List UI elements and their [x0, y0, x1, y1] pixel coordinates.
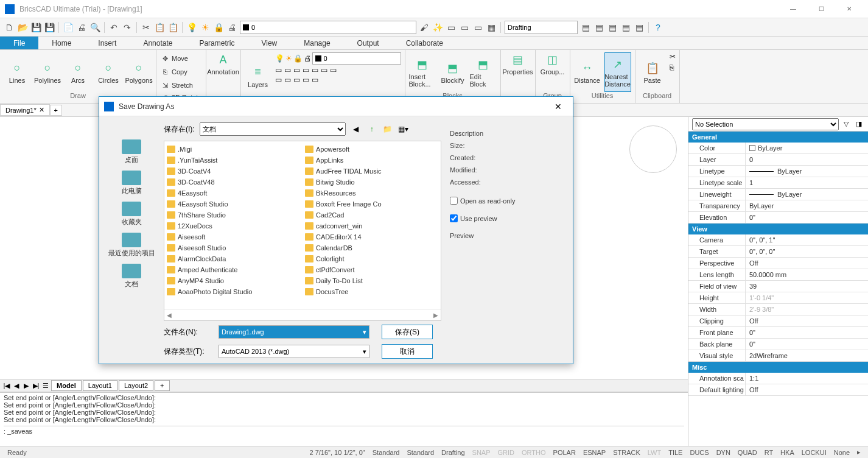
save-button[interactable]: 保存(S): [382, 325, 433, 339]
close-tab-icon[interactable]: ✕: [39, 106, 44, 114]
place-item[interactable]: 文档: [122, 264, 141, 289]
menu-home[interactable]: Home: [38, 37, 85, 49]
grid-icon[interactable]: ▦: [486, 22, 497, 33]
layout-next[interactable]: ▶: [22, 382, 30, 390]
section-misc[interactable]: Misc: [688, 362, 868, 373]
select3-icon[interactable]: ▭: [472, 22, 483, 33]
copy-button[interactable]: ⎘Copy: [160, 66, 202, 78]
file-item[interactable]: Daily To-Do List: [305, 275, 438, 286]
lay5-icon[interactable]: ▭: [312, 66, 318, 74]
file-item[interactable]: CalendarDB: [305, 242, 438, 253]
layer-print-icon[interactable]: 🖨: [226, 22, 237, 33]
lay1-icon[interactable]: ▭: [275, 66, 282, 74]
copy2-icon[interactable]: ⎘: [670, 63, 676, 72]
layout-tab-layout2[interactable]: Layout2: [119, 380, 153, 391]
dialog-close-button[interactable]: ✕: [548, 102, 568, 111]
file-item[interactable]: CADEditorX 14: [305, 231, 438, 242]
saveas-icon[interactable]: 💾: [44, 22, 55, 33]
menu-parametric[interactable]: Parametric: [186, 37, 248, 49]
insert-block-button[interactable]: ⬒Insert Block...: [409, 52, 436, 92]
status-toggle-grid[interactable]: GRID: [494, 449, 519, 456]
place-item[interactable]: 此电脑: [122, 171, 142, 196]
lay6-icon[interactable]: ▭: [321, 66, 327, 74]
ws4-icon[interactable]: ▤: [620, 22, 631, 33]
layout-prev[interactable]: ◀: [12, 382, 21, 390]
layer-lock-icon[interactable]: 🔒: [213, 22, 224, 33]
add-layout-tab[interactable]: +: [155, 380, 169, 391]
document-tab[interactable]: Drawing1*✕: [0, 104, 50, 116]
status-toggle-tile[interactable]: TILE: [665, 449, 686, 456]
layer-sun-icon[interactable]: ☀: [285, 54, 292, 63]
annotation-button[interactable]: AAnnotation: [210, 52, 237, 76]
redo-icon[interactable]: ↷: [122, 22, 133, 33]
prop-visual[interactable]: 2dWireframe: [746, 350, 868, 361]
ws1-icon[interactable]: ▤: [580, 22, 591, 33]
layout-list[interactable]: ☰: [41, 382, 50, 390]
prop-lineweight[interactable]: ByLayer: [746, 189, 868, 200]
filetype-combo[interactable]: AutoCAD 2013 (*.dwg)▾: [219, 345, 369, 358]
cut-icon[interactable]: ✂: [141, 22, 152, 33]
prop-lighting[interactable]: Off: [746, 384, 868, 395]
layer-bulb-icon[interactable]: 💡: [186, 22, 197, 33]
file-item[interactable]: Aiseesoft: [167, 231, 300, 242]
status-toggle-quad[interactable]: QUAD: [734, 449, 761, 456]
status-workspace[interactable]: Drafting: [438, 449, 469, 456]
brush-icon[interactable]: 🖌: [419, 22, 430, 33]
lookfrom-widget[interactable]: [629, 125, 677, 173]
file-item[interactable]: Apowersoft: [305, 144, 438, 155]
ws3-icon[interactable]: ▤: [607, 22, 618, 33]
distance-button[interactable]: ↔Distance: [574, 52, 601, 92]
prop-annoscale[interactable]: 1:1: [746, 373, 868, 384]
sparkle-icon[interactable]: ✨: [432, 22, 443, 33]
file-item[interactable]: Cad2Cad: [305, 210, 438, 220]
file-item[interactable]: AudFree TIDAL Music: [305, 166, 438, 177]
newfolder-icon[interactable]: 📁: [382, 124, 393, 135]
menu-manage[interactable]: Manage: [290, 37, 343, 49]
status-toggle-ducs[interactable]: DUCS: [686, 449, 712, 456]
file-item[interactable]: cadconvert_win: [305, 220, 438, 231]
status-coords[interactable]: 2 7/16", 10 1/2", 0": [306, 449, 369, 456]
layout-first[interactable]: |◀: [2, 382, 11, 390]
menu-file[interactable]: File: [0, 37, 38, 49]
properties-button[interactable]: ▤Properties: [505, 52, 531, 76]
close-button[interactable]: ✕: [835, 0, 863, 18]
file-item[interactable]: AlarmClockData: [167, 253, 300, 264]
status-toggle-strack[interactable]: STRACK: [609, 449, 644, 456]
status-toggle-rt[interactable]: RT: [761, 449, 777, 456]
preview-icon[interactable]: 🔍: [89, 22, 100, 33]
polygons-button[interactable]: ○Polygons: [125, 52, 152, 92]
selection-combo[interactable]: No Selection: [692, 118, 839, 130]
open-icon[interactable]: 📂: [17, 22, 28, 33]
stretch-button[interactable]: ⇲Stretch: [160, 79, 202, 91]
file-item[interactable]: 4Easysoft Studio: [167, 199, 300, 210]
place-item[interactable]: 收藏夹: [122, 202, 142, 227]
prop-linetype[interactable]: ByLayer: [746, 166, 868, 177]
file-item[interactable]: 3D-CoatV48: [167, 177, 300, 188]
arcs-button[interactable]: ○Arcs: [65, 52, 91, 92]
layout-last[interactable]: ▶|: [32, 382, 40, 390]
status-std1[interactable]: Standard: [369, 449, 404, 456]
copy-icon[interactable]: 📋: [154, 22, 165, 33]
status-toggle-lockui[interactable]: LOCKUI: [798, 449, 830, 456]
layer-select[interactable]: 0: [312, 52, 401, 65]
file-item[interactable]: 3D-CoatV4: [167, 166, 300, 177]
paste-button[interactable]: 📋Paste: [639, 52, 666, 92]
prop-layer[interactable]: 0: [746, 154, 868, 165]
prop-elevation[interactable]: 0": [746, 212, 868, 223]
file-item[interactable]: BkResources: [305, 188, 438, 199]
circles-button[interactable]: ○Circles: [95, 52, 122, 92]
blockify-button[interactable]: ⬒Blockify: [439, 52, 466, 92]
file-item[interactable]: DocusTree: [305, 286, 438, 297]
group-button[interactable]: ◫Group...: [539, 52, 566, 76]
lay11-icon[interactable]: ▭: [303, 76, 309, 84]
prop-color[interactable]: ByLayer: [746, 143, 868, 153]
pick-icon[interactable]: ◨: [853, 119, 864, 130]
usepreview-checkbox[interactable]: Use preview: [450, 214, 564, 222]
layer-freeze-icon[interactable]: ☀: [200, 22, 211, 33]
status-toggle-dyn[interactable]: DYN: [713, 449, 734, 456]
undo-icon[interactable]: ↶: [108, 22, 119, 33]
status-expand[interactable]: ▸: [853, 448, 864, 456]
place-item[interactable]: 最近使用的项目: [108, 233, 155, 258]
file-item[interactable]: Bitwig Studio: [305, 177, 438, 188]
menu-annotate[interactable]: Annotate: [130, 37, 186, 49]
